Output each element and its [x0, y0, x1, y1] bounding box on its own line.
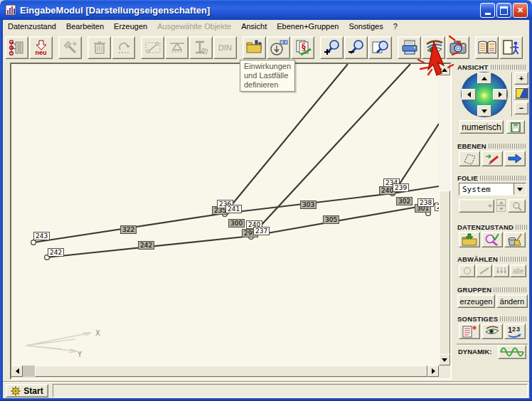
folie-sub-dropdown — [459, 199, 494, 213]
deselect-element-button — [476, 264, 492, 277]
group-create-button[interactable]: erzeugen — [457, 294, 495, 308]
printer-icon — [400, 39, 419, 56]
exit-button[interactable] — [499, 36, 523, 59]
view-options-button[interactable] — [482, 324, 503, 339]
load-data-button[interactable] — [459, 232, 480, 247]
horizontal-scrollbar-thumb[interactable] — [35, 365, 427, 377]
catalog-button[interactable] — [475, 36, 499, 59]
print-button[interactable] — [398, 36, 421, 59]
new-button-label: neu — [35, 50, 46, 55]
maximize-button[interactable] — [496, 3, 511, 18]
report-button[interactable] — [459, 324, 480, 339]
norms-button[interactable]: § — [291, 36, 314, 59]
menu-item-bearbeiten[interactable]: Bearbeiten — [61, 21, 109, 32]
abwaehlen-header: ABWÄHLEN — [457, 255, 498, 263]
gruppen-header: GRUPPEN — [457, 286, 491, 294]
support-button[interactable] — [165, 36, 188, 59]
sonstiges-header: SONSTIGES — [457, 315, 498, 323]
new-button[interactable]: neu — [29, 36, 53, 59]
profile-button[interactable] — [189, 36, 213, 59]
trash-icon — [90, 39, 109, 56]
dropdown-arrow-icon[interactable] — [514, 183, 526, 195]
bucket-broom-icon — [507, 233, 523, 246]
status-bar: Start — [3, 381, 529, 399]
node-marker[interactable] — [31, 240, 36, 245]
zoom-out-button[interactable] — [344, 36, 368, 59]
zoom-in-view-button[interactable]: + — [514, 72, 528, 85]
deselect-all-button: alle — [510, 264, 526, 277]
system-numbers-button[interactable] — [5, 36, 28, 59]
din-button[interactable]: DIN — [213, 36, 237, 59]
canvas-frame: X Y 322242235300299303305240302301243242… — [10, 63, 452, 380]
folie-spinner — [496, 199, 506, 212]
tooltip-line: definieren — [244, 80, 291, 90]
plane-select-button[interactable] — [459, 151, 480, 166]
toolbar: neu — [3, 33, 529, 63]
app-icon[interactable] — [5, 4, 16, 16]
save-view-button[interactable] — [506, 120, 525, 134]
clean-data-button[interactable] — [504, 232, 526, 247]
start-button[interactable]: Start — [6, 384, 48, 397]
pan-down-button[interactable] — [477, 105, 491, 117]
drawing-canvas[interactable]: X Y 322242235300299303305240302301243242… — [11, 64, 439, 365]
open-folder-icon — [462, 233, 477, 246]
zoom-out-view-button[interactable]: − — [514, 102, 528, 114]
undo-button[interactable] — [112, 36, 135, 59]
horizontal-scrollbar[interactable] — [11, 365, 439, 377]
exit-door-icon — [501, 39, 521, 56]
check-data-button[interactable] — [482, 232, 503, 247]
contrast-button[interactable] — [514, 87, 528, 100]
pan-up-button[interactable] — [477, 73, 491, 84]
svg-text:2: 2 — [512, 326, 516, 333]
zoom-out-icon — [347, 39, 366, 56]
menu-item-datenzustand[interactable]: Datenzustand — [3, 21, 61, 32]
menu-item-erzeugen[interactable]: Erzeugen — [109, 21, 152, 32]
din-button-label: DIN — [218, 43, 232, 52]
display-properties-button[interactable] — [422, 36, 445, 59]
edit-pencil-icon — [484, 152, 500, 165]
vertical-scrollbar-thumb[interactable] — [439, 191, 450, 355]
vertical-scrollbar[interactable] — [439, 64, 450, 365]
loadcase-button[interactable] — [267, 36, 290, 59]
dynamics-button[interactable] — [498, 345, 526, 359]
menu-item-ebenen-gruppen[interactable]: Ebenen+Gruppen — [272, 21, 344, 32]
menu-item-ansicht[interactable]: Ansicht — [236, 21, 272, 32]
close-button[interactable]: ✕ — [513, 3, 528, 18]
hammer-button[interactable] — [58, 36, 82, 59]
blue-arrow-icon — [507, 153, 523, 164]
title-bar[interactable]: EingabeModul [Darstellungseigenschaften]… — [0, 0, 532, 20]
menu-item-sonstiges[interactable]: Sonstiges — [344, 21, 388, 32]
minimize-button[interactable] — [480, 3, 495, 18]
zoom-window-icon — [371, 39, 390, 56]
zoom-in-button[interactable] — [320, 36, 344, 59]
measure-button[interactable] — [141, 36, 164, 59]
menu-item-hilfe[interactable]: ? — [388, 21, 403, 32]
sine-wave-icon — [500, 347, 524, 357]
tooltip-line: und Lastfälle — [244, 71, 291, 80]
folie-dropdown[interactable]: System — [459, 183, 526, 196]
plane-next-button[interactable] — [504, 151, 526, 166]
plane-edit-button[interactable] — [482, 151, 503, 166]
scroll-up-button[interactable] — [439, 64, 450, 75]
renumber-button[interactable]: 1 2 3 — [504, 324, 526, 339]
zoom-in-icon — [323, 39, 341, 56]
snapshot-button[interactable] — [446, 36, 469, 59]
scroll-right-button[interactable] — [427, 365, 439, 377]
pan-right-button[interactable] — [493, 89, 507, 100]
numeric-view-button[interactable]: numerisch — [459, 120, 504, 134]
window-border-left — [0, 20, 3, 398]
undo-icon — [115, 39, 133, 56]
group-change-button[interactable]: ändern — [496, 294, 528, 308]
zoom-window-button[interactable] — [368, 36, 392, 59]
element-number-label: 322 — [120, 225, 137, 234]
pan-left-button[interactable] — [462, 89, 476, 100]
window-title: EingabeModul [Darstellungseigenschaften] — [20, 5, 210, 16]
loads-button[interactable] — [243, 36, 266, 59]
element-number-label: 302 — [396, 197, 413, 205]
delete-button[interactable] — [87, 36, 111, 59]
dynamik-label: DYNAMIK: — [458, 348, 492, 355]
scroll-down-button[interactable] — [439, 354, 450, 365]
scroll-left-button[interactable] — [11, 365, 23, 377]
small-eye-icon — [484, 325, 500, 338]
folie-header: FOLIE — [457, 174, 478, 182]
